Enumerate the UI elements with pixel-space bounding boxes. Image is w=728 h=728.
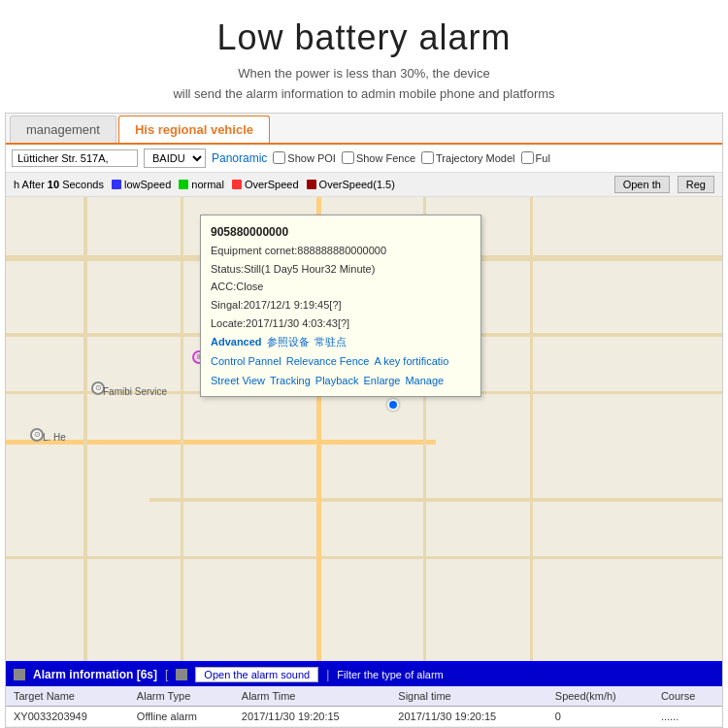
map-source-select[interactable]: BAIDU xyxy=(144,149,206,168)
low-speed-label: lowSpeed xyxy=(124,179,171,190)
legend-bar: h After 10 Seconds lowSpeed normal OverS… xyxy=(6,173,722,197)
overspeed15-dot xyxy=(307,180,316,189)
popup-device-id: 905880000000 xyxy=(211,222,471,242)
popup-key-fortification[interactable]: A key fortificatio xyxy=(374,352,448,371)
popup-chinese1[interactable]: 参照设备 xyxy=(267,333,310,351)
show-poi-check[interactable]: Show POI xyxy=(273,151,336,164)
main-title: Low battery alarm xyxy=(0,17,728,58)
legend-overspeed-15: OverSpeed(1.5) xyxy=(307,179,395,190)
normal-label: normal xyxy=(191,179,224,190)
alarm-table-row: XY0033203949Offline alarm2017/11/30 19:2… xyxy=(6,707,722,727)
col-speed: Speed(km/h) xyxy=(547,686,653,707)
popup-status: Status:Still(1 Day5 Hour32 Minute) xyxy=(211,260,471,279)
alarm-header: Alarm information [6s] [ Open the alarm … xyxy=(6,663,722,686)
popup-advanced[interactable]: Advanced xyxy=(211,333,262,351)
col-signal-time: Signal time xyxy=(390,686,547,707)
popup-signal: Singal:2017/12/1 9:19:45[?] xyxy=(211,296,471,314)
popup-relevance-fence[interactable]: Relevance Fence xyxy=(286,352,370,371)
map-label-famibi: Famibi Service xyxy=(103,386,167,397)
popup-links-row2: Control Pannel Relevance Fence A key for… xyxy=(211,352,471,371)
popup-tracking[interactable]: Tracking xyxy=(270,372,311,390)
trajectory-model-checkbox[interactable] xyxy=(421,151,434,164)
legend-prefix: h After 10 Seconds xyxy=(14,179,104,190)
address-input[interactable] xyxy=(12,149,138,167)
road-h-main xyxy=(6,440,436,445)
subtitle-line1: When the power is less than 30%, the dev… xyxy=(238,66,489,81)
road-h5 xyxy=(6,556,722,559)
map-circle-lhe: ⊙ xyxy=(30,428,44,442)
subtitle: When the power is less than 30%, the dev… xyxy=(0,64,728,105)
show-poi-checkbox[interactable] xyxy=(273,151,285,164)
open-alarm-btn[interactable]: Open th xyxy=(614,176,670,193)
road-v4 xyxy=(530,197,533,661)
popup-links-row1: Advanced 参照设备 常驻点 xyxy=(211,333,471,351)
map-background: Kletterwald Aachen Elektro Brenscheidt ⊙… xyxy=(6,197,722,661)
popup-manage[interactable]: Manage xyxy=(405,372,444,390)
toolbar: BAIDU Panoramic Show POI Show Fence Traj… xyxy=(6,145,722,173)
tab-management[interactable]: management xyxy=(10,116,116,143)
legend-overspeed: OverSpeed xyxy=(232,179,299,190)
tab-regional-vehicle[interactable]: His regional vehicle xyxy=(118,116,270,143)
alarm-cell-1: Offline alarm xyxy=(129,707,234,727)
location-pin xyxy=(387,399,399,411)
alarm-info-label: Alarm information [6s] xyxy=(33,668,157,681)
alarm-cell-0: XY0033203949 xyxy=(6,707,129,727)
col-alarm-time: Alarm Time xyxy=(234,686,391,707)
subtitle-line2: will send the alarm information to admin… xyxy=(173,86,554,101)
overspeed-label: OverSpeed xyxy=(245,179,299,190)
normal-dot xyxy=(179,180,188,189)
alarm-cell-3: 2017/11/30 19:20:15 xyxy=(390,707,547,727)
popup-control-panel[interactable]: Control Pannel xyxy=(211,352,281,371)
legend-low-speed: lowSpeed xyxy=(112,179,171,190)
alarm-table: Target Name Alarm Type Alarm Time Signal… xyxy=(6,686,722,727)
road-v2 xyxy=(181,197,183,661)
alarm-cell-4: 0 xyxy=(547,707,653,727)
popup-acc: ACC:Close xyxy=(211,278,471,296)
reg-btn[interactable]: Reg xyxy=(678,176,714,193)
filter-alarm-btn[interactable]: Filter the type of alarm xyxy=(337,669,443,680)
full-check[interactable]: Ful xyxy=(521,151,550,164)
open-alarm-sound-btn[interactable]: Open the alarm sound xyxy=(195,667,318,682)
col-target-name: Target Name xyxy=(6,686,129,707)
low-speed-dot xyxy=(112,180,121,189)
title-section: Low battery alarm When the power is less… xyxy=(0,0,728,113)
alarm-cell-5: ...... xyxy=(653,707,722,727)
map-area[interactable]: Kletterwald Aachen Elektro Brenscheidt ⊙… xyxy=(6,197,722,661)
road-v1 xyxy=(83,197,87,661)
app-window: management His regional vehicle BAIDU Pa… xyxy=(5,113,723,728)
show-fence-check[interactable]: Show Fence xyxy=(342,151,415,164)
col-course: Course xyxy=(653,686,722,707)
road-h4 xyxy=(149,498,722,502)
nav-tabs: management His regional vehicle xyxy=(6,114,722,145)
overspeed15-label: OverSpeed(1.5) xyxy=(319,179,395,190)
popup-links-row3: Street View Tracking Playback Enlarge Ma… xyxy=(211,372,471,390)
popup-street-view[interactable]: Street View xyxy=(211,372,265,390)
alarm-sq-icon2 xyxy=(176,669,187,680)
legend-normal: normal xyxy=(179,179,224,190)
alarm-sep2: | xyxy=(326,668,329,681)
popup-chinese2[interactable]: 常驻点 xyxy=(314,333,347,351)
popup-playback[interactable]: Playback xyxy=(315,372,359,390)
alarm-table-header: Target Name Alarm Type Alarm Time Signal… xyxy=(6,686,722,707)
bottom-panel: Alarm information [6s] [ Open the alarm … xyxy=(6,661,722,727)
map-label-lhe: L. He xyxy=(43,432,66,443)
show-fence-checkbox[interactable] xyxy=(342,151,354,164)
popup-locate: Locate:2017/11/30 4:03:43[?] xyxy=(211,314,471,333)
alarm-sep1: [ xyxy=(165,668,168,681)
page-container: Low battery alarm When the power is less… xyxy=(0,0,728,728)
info-popup: 905880000000 Equipment cornet:8888888800… xyxy=(200,215,481,398)
col-alarm-type: Alarm Type xyxy=(129,686,234,707)
alarm-square-icon xyxy=(14,669,25,680)
panoramic-link[interactable]: Panoramic xyxy=(212,151,267,165)
alarm-cell-2: 2017/11/30 19:20:15 xyxy=(234,707,391,727)
popup-enlarge[interactable]: Enlarge xyxy=(363,372,400,390)
overspeed-dot xyxy=(232,180,242,189)
popup-equipment: Equipment cornet:888888880000000 xyxy=(211,242,471,260)
trajectory-model-check[interactable]: Trajectory Model xyxy=(421,151,515,164)
full-checkbox[interactable] xyxy=(521,151,534,164)
